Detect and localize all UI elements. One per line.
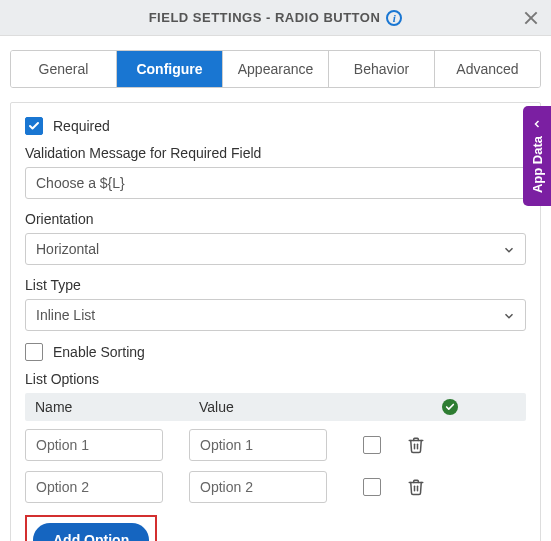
tab-configure[interactable]: Configure [117, 51, 223, 87]
column-name: Name [35, 399, 199, 415]
dialog-title: FIELD SETTINGS - RADIO BUTTON [149, 10, 381, 25]
required-checkbox[interactable] [25, 117, 43, 135]
dialog-header: FIELD SETTINGS - RADIO BUTTON i [0, 0, 551, 36]
tab-general[interactable]: General [11, 51, 117, 87]
option-row [25, 471, 526, 503]
enable-sorting-checkbox[interactable] [25, 343, 43, 361]
side-tab-label: App Data [530, 136, 545, 193]
listtype-label: List Type [25, 277, 526, 293]
tab-advanced[interactable]: Advanced [435, 51, 540, 87]
info-icon[interactable]: i [386, 10, 402, 26]
side-tab-app-data[interactable]: App Data [523, 106, 551, 206]
dialog-content: General Configure Appearance Behavior Ad… [0, 36, 551, 541]
enable-sorting-row: Enable Sorting [25, 343, 526, 361]
listtype-select[interactable] [25, 299, 526, 331]
add-option-button[interactable]: Add Option [33, 523, 149, 541]
tab-appearance[interactable]: Appearance [223, 51, 329, 87]
required-row: Required [25, 117, 526, 135]
check-circle-icon [442, 399, 458, 415]
tab-behavior[interactable]: Behavior [329, 51, 435, 87]
required-label: Required [53, 118, 110, 134]
list-options-label: List Options [25, 371, 526, 387]
option-name-input[interactable] [25, 471, 163, 503]
close-icon[interactable] [521, 8, 541, 28]
configure-panel: Required Validation Message for Required… [10, 102, 541, 541]
validation-message-input[interactable] [25, 167, 526, 199]
option-default-checkbox[interactable] [363, 478, 381, 496]
orientation-label: Orientation [25, 211, 526, 227]
option-value-input[interactable] [189, 429, 327, 461]
orientation-select[interactable] [25, 233, 526, 265]
option-default-checkbox[interactable] [363, 436, 381, 454]
validation-label: Validation Message for Required Field [25, 145, 526, 161]
column-value: Value [199, 399, 349, 415]
option-name-input[interactable] [25, 429, 163, 461]
trash-icon[interactable] [407, 478, 425, 496]
chevron-left-icon [531, 118, 543, 130]
add-option-highlight: Add Option [25, 515, 157, 541]
option-row [25, 429, 526, 461]
option-value-input[interactable] [189, 471, 327, 503]
enable-sorting-label: Enable Sorting [53, 344, 145, 360]
trash-icon[interactable] [407, 436, 425, 454]
tab-bar: General Configure Appearance Behavior Ad… [10, 50, 541, 88]
options-table-header: Name Value [25, 393, 526, 421]
column-default [349, 399, 516, 415]
